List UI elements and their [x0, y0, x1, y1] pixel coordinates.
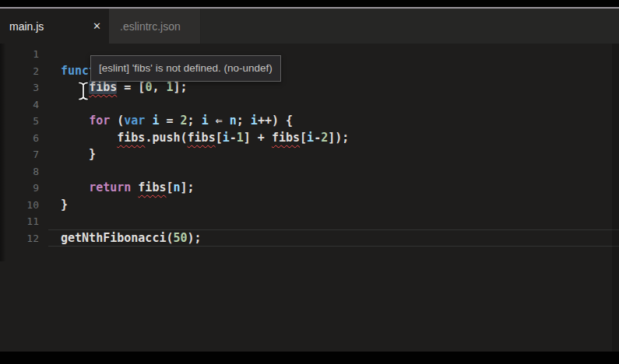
- tab-label: .eslintrc.json: [120, 20, 181, 33]
- ibeam-cursor: [77, 81, 90, 101]
- code-token: ] +: [244, 131, 272, 145]
- editor-tab-bar: main.js ✕ .eslintrc.json: [0, 9, 619, 44]
- code-token: i: [307, 131, 314, 145]
- top-black-bar: [0, 0, 619, 7]
- code-line[interactable]: }: [61, 197, 619, 214]
- code-token: [61, 131, 117, 145]
- code-token: getNthFibonacci(: [61, 231, 174, 245]
- code-token: return: [89, 180, 131, 194]
- code-token: for: [89, 114, 110, 128]
- code-token: [: [216, 131, 223, 145]
- error-token: fibs: [188, 131, 216, 145]
- code-line[interactable]: [61, 213, 619, 230]
- code-token: = [: [117, 80, 145, 94]
- right-edge-shadow: [612, 44, 619, 352]
- code-line[interactable]: getNthFibonacci(50);: [61, 230, 619, 247]
- code-token: [: [300, 131, 307, 145]
- code-line[interactable]: fibs = [0, 1];: [61, 79, 619, 96]
- code-token: -: [230, 131, 237, 145]
- code-line[interactable]: return fibs[n];: [61, 180, 619, 197]
- code-token: var: [124, 114, 145, 128]
- code-token: ];: [174, 80, 188, 94]
- error-token: fibs: [89, 80, 117, 94]
- code-token: 50: [174, 231, 188, 245]
- code-token: =: [159, 114, 180, 128]
- code-token: [131, 180, 138, 194]
- code-line[interactable]: for (var i = 2; i ⇐ n; i++) {: [61, 113, 619, 130]
- close-icon[interactable]: ✕: [93, 21, 101, 31]
- code-token: ]);: [328, 131, 349, 145]
- code-line[interactable]: [61, 163, 619, 180]
- code-line[interactable]: fibs.push(fibs[i-1] + fibs[i-2]);: [61, 130, 619, 147]
- code-token: 1: [237, 131, 244, 145]
- code-token: i: [251, 114, 258, 128]
- editor[interactable]: 123456789101112 function getNthFibonacci…: [0, 44, 619, 352]
- code-token: 2: [321, 131, 328, 145]
- bottom-black-bar: [0, 352, 619, 364]
- code-token: }: [61, 147, 96, 161]
- code-token: ++) {: [258, 114, 293, 128]
- code-token: ;: [237, 114, 251, 128]
- code-token: i: [223, 131, 230, 145]
- code-line[interactable]: }: [61, 146, 619, 163]
- code-token: [61, 114, 89, 128]
- error-token: fibs: [117, 131, 145, 145]
- code-token: );: [188, 231, 202, 245]
- code-token: ⇐: [209, 114, 230, 128]
- code-line[interactable]: [61, 96, 619, 114]
- code-token: }: [61, 198, 68, 212]
- code-token: [61, 180, 89, 194]
- code-token: i: [202, 114, 209, 128]
- code-token: n: [230, 114, 237, 128]
- eslint-error-tooltip: [eslint] 'fibs' is not defined. (no-unde…: [90, 55, 281, 82]
- vscode-window: main.js ✕ .eslintrc.json 123456789101112…: [0, 0, 619, 364]
- code-token: n: [174, 180, 181, 194]
- left-edge-shadow: [0, 44, 6, 261]
- tab-eslintrc-json[interactable]: .eslintrc.json: [109, 9, 201, 44]
- code-token: [: [166, 180, 173, 194]
- tab-label: main.js: [9, 20, 44, 33]
- code-token: ;: [188, 114, 202, 128]
- error-token: fibs: [138, 180, 166, 194]
- tooltip-text: [eslint] 'fibs' is not defined. (no-unde…: [99, 62, 273, 74]
- code-token: ];: [181, 180, 195, 194]
- code-token: (: [110, 114, 124, 128]
- error-token: fibs: [272, 131, 300, 145]
- tab-main-js[interactable]: main.js ✕: [0, 9, 109, 44]
- code-token: ,: [152, 80, 166, 94]
- code-token: 1: [166, 80, 173, 94]
- code-token: -: [314, 131, 321, 145]
- code-token: .push(: [145, 131, 187, 145]
- code-token: 2: [181, 114, 188, 128]
